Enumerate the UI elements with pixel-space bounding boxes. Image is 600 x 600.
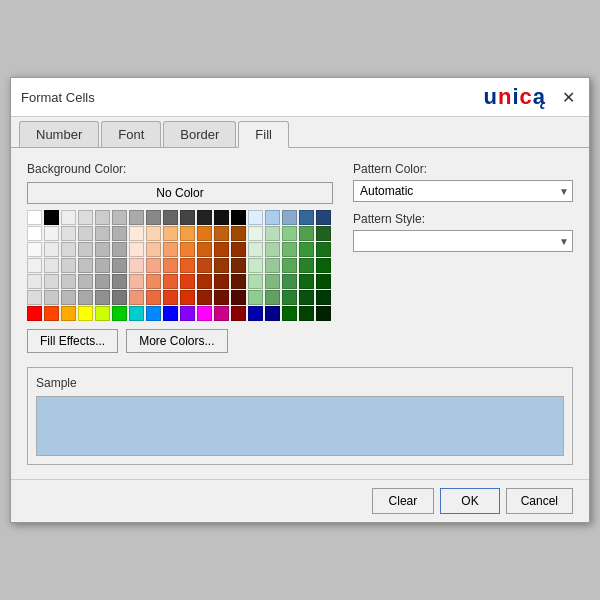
color-cell[interactable] <box>129 242 144 257</box>
color-cell[interactable] <box>299 242 314 257</box>
tab-number[interactable]: Number <box>19 121 99 147</box>
color-cell[interactable] <box>282 210 297 225</box>
color-cell[interactable] <box>231 290 246 305</box>
color-cell[interactable] <box>180 290 195 305</box>
color-cell[interactable] <box>197 242 212 257</box>
color-cell[interactable] <box>129 258 144 273</box>
color-cell[interactable] <box>282 274 297 289</box>
color-cell[interactable] <box>163 210 178 225</box>
fill-effects-button[interactable]: Fill Effects... <box>27 329 118 353</box>
color-cell[interactable] <box>316 242 331 257</box>
color-cell[interactable] <box>282 242 297 257</box>
color-cell[interactable] <box>163 226 178 241</box>
color-cell[interactable] <box>95 306 110 321</box>
color-cell[interactable] <box>163 258 178 273</box>
color-cell[interactable] <box>214 226 229 241</box>
cancel-button[interactable]: Cancel <box>506 488 573 514</box>
color-cell[interactable] <box>248 226 263 241</box>
color-cell[interactable] <box>197 290 212 305</box>
color-cell[interactable] <box>44 210 59 225</box>
color-cell[interactable] <box>248 274 263 289</box>
color-cell[interactable] <box>146 258 161 273</box>
color-cell[interactable] <box>78 274 93 289</box>
color-cell[interactable] <box>180 306 195 321</box>
color-cell[interactable] <box>214 290 229 305</box>
tab-fill[interactable]: Fill <box>238 121 289 148</box>
color-cell[interactable] <box>316 258 331 273</box>
tab-font[interactable]: Font <box>101 121 161 147</box>
color-cell[interactable] <box>265 210 280 225</box>
color-cell[interactable] <box>78 290 93 305</box>
color-cell[interactable] <box>95 226 110 241</box>
color-cell[interactable] <box>299 258 314 273</box>
color-cell[interactable] <box>248 290 263 305</box>
color-cell[interactable] <box>248 242 263 257</box>
color-cell[interactable] <box>27 210 42 225</box>
color-cell[interactable] <box>27 242 42 257</box>
color-cell[interactable] <box>163 274 178 289</box>
color-cell[interactable] <box>61 226 76 241</box>
color-cell[interactable] <box>61 258 76 273</box>
color-cell[interactable] <box>197 226 212 241</box>
ok-button[interactable]: OK <box>440 488 499 514</box>
color-cell[interactable] <box>112 226 127 241</box>
color-cell[interactable] <box>197 274 212 289</box>
color-cell[interactable] <box>299 274 314 289</box>
color-cell[interactable] <box>299 210 314 225</box>
color-cell[interactable] <box>214 242 229 257</box>
color-cell[interactable] <box>44 258 59 273</box>
color-cell[interactable] <box>78 258 93 273</box>
color-cell[interactable] <box>146 242 161 257</box>
color-cell[interactable] <box>214 306 229 321</box>
color-cell[interactable] <box>248 258 263 273</box>
color-cell[interactable] <box>112 274 127 289</box>
color-cell[interactable] <box>44 290 59 305</box>
color-cell[interactable] <box>146 210 161 225</box>
color-cell[interactable] <box>27 226 42 241</box>
color-cell[interactable] <box>129 210 144 225</box>
color-cell[interactable] <box>282 306 297 321</box>
color-cell[interactable] <box>112 258 127 273</box>
color-cell[interactable] <box>197 210 212 225</box>
color-cell[interactable] <box>112 306 127 321</box>
color-cell[interactable] <box>61 274 76 289</box>
color-cell[interactable] <box>265 274 280 289</box>
color-cell[interactable] <box>299 290 314 305</box>
color-cell[interactable] <box>95 210 110 225</box>
color-cell[interactable] <box>95 290 110 305</box>
pattern-style-select[interactable] <box>353 230 573 252</box>
color-cell[interactable] <box>180 242 195 257</box>
color-cell[interactable] <box>129 274 144 289</box>
clear-button[interactable]: Clear <box>372 488 435 514</box>
pattern-color-select[interactable]: Automatic <box>353 180 573 202</box>
color-cell[interactable] <box>78 242 93 257</box>
color-cell[interactable] <box>214 210 229 225</box>
color-cell[interactable] <box>129 290 144 305</box>
color-cell[interactable] <box>316 226 331 241</box>
color-cell[interactable] <box>61 306 76 321</box>
tab-border[interactable]: Border <box>163 121 236 147</box>
color-cell[interactable] <box>163 290 178 305</box>
color-cell[interactable] <box>316 274 331 289</box>
color-cell[interactable] <box>316 210 331 225</box>
color-cell[interactable] <box>44 306 59 321</box>
color-cell[interactable] <box>95 274 110 289</box>
color-cell[interactable] <box>265 290 280 305</box>
color-cell[interactable] <box>78 210 93 225</box>
color-cell[interactable] <box>316 306 331 321</box>
color-cell[interactable] <box>78 226 93 241</box>
color-cell[interactable] <box>146 274 161 289</box>
color-cell[interactable] <box>112 290 127 305</box>
color-cell[interactable] <box>146 290 161 305</box>
color-cell[interactable] <box>265 242 280 257</box>
color-cell[interactable] <box>146 306 161 321</box>
color-cell[interactable] <box>231 274 246 289</box>
color-cell[interactable] <box>112 242 127 257</box>
color-cell[interactable] <box>282 226 297 241</box>
color-cell[interactable] <box>231 306 246 321</box>
color-cell[interactable] <box>265 258 280 273</box>
color-cell[interactable] <box>146 226 161 241</box>
color-cell[interactable] <box>129 226 144 241</box>
color-cell[interactable] <box>27 274 42 289</box>
color-cell[interactable] <box>231 210 246 225</box>
